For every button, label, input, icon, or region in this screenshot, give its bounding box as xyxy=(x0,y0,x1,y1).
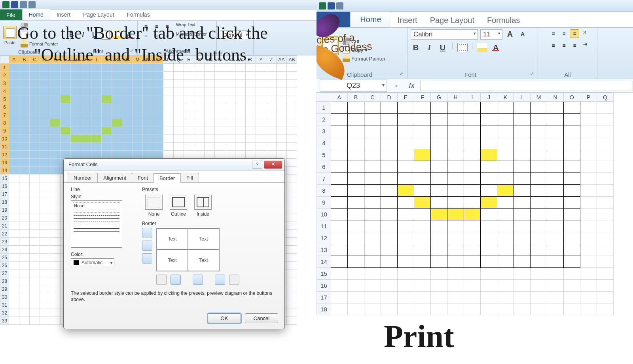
paste-icon[interactable] xyxy=(3,26,17,39)
dialog-title: Format Cells xyxy=(68,161,252,167)
worksheet-right[interactable]: ABCDEFGHIJKLMNOPQ12345678910111213141516… xyxy=(316,93,633,315)
align-center-icon[interactable] xyxy=(559,41,569,50)
cancel-entry-icon[interactable]: ● xyxy=(395,83,398,89)
border-diag2-button[interactable] xyxy=(229,275,239,285)
paste-label: Paste xyxy=(3,40,17,45)
border-label: Border xyxy=(142,221,277,226)
cancel-button[interactable]: Cancel xyxy=(245,313,278,323)
close-button[interactable]: ✕ xyxy=(264,161,282,169)
border-preview[interactable]: TextText TextText xyxy=(156,228,220,271)
shrink-font-button[interactable]: A xyxy=(517,29,528,39)
dialog-tabs: Number Alignment Font Border Fill xyxy=(64,171,284,183)
italic-button[interactable]: I xyxy=(424,43,434,52)
quick-access-toolbar xyxy=(0,0,316,9)
dlg-tab-number[interactable]: Number xyxy=(68,173,98,182)
right-pane: File Home Insert Page Layout Formulas Pa… xyxy=(316,0,633,364)
preset-outline[interactable]: Outline xyxy=(170,195,187,217)
watermark-logo: Articles of a Domestic Goddess xyxy=(316,13,374,80)
tab-insert[interactable]: Insert xyxy=(50,9,77,20)
align-left-icon[interactable] xyxy=(548,41,558,50)
tab-formulas[interactable]: Formulas xyxy=(121,9,156,20)
instruction-caption: Go to the "Border" tab and click the "Ou… xyxy=(16,22,269,66)
undo-icon[interactable] xyxy=(20,1,27,8)
align-top-icon[interactable] xyxy=(548,29,558,38)
border-bottom-button[interactable] xyxy=(142,253,152,264)
tab-page-layout[interactable]: Page Layout xyxy=(424,13,481,27)
group-font: Calibri 11 A A B I U │ │ A Font⤢ xyxy=(407,28,538,79)
excel-icon xyxy=(2,1,9,8)
border-color-dropdown[interactable]: Automatic xyxy=(71,258,114,267)
presets-label: Presets xyxy=(142,187,277,192)
align-right-icon[interactable] xyxy=(570,41,579,50)
grow-font-button[interactable]: A xyxy=(505,29,515,39)
ok-button[interactable]: OK xyxy=(208,313,241,323)
name-box[interactable]: Q23 xyxy=(320,80,387,92)
align-bottom-icon[interactable] xyxy=(570,29,579,38)
redo-icon[interactable] xyxy=(28,1,36,8)
tab-page-layout[interactable]: Page Layout xyxy=(77,9,121,20)
tab-insert[interactable]: Insert xyxy=(391,13,424,27)
border-left-button[interactable] xyxy=(171,275,181,285)
border-vmid-button[interactable] xyxy=(193,275,203,285)
format-cells-dialog: Format Cells ? ✕ Number Alignment Font B… xyxy=(63,158,285,329)
dialog-note: The selected border style can be applied… xyxy=(71,290,277,303)
border-diag1-button[interactable] xyxy=(156,275,167,285)
font-name-dropdown[interactable]: Calibri xyxy=(411,29,478,40)
color-label: Color: xyxy=(71,252,130,257)
undo-icon[interactable] xyxy=(336,2,343,9)
underline-button[interactable]: U xyxy=(438,43,448,52)
formula-bar: Q23 ● xyxy=(316,79,633,93)
left-pane: File Home Insert Page Layout Formulas Pa… xyxy=(0,0,316,364)
dialog-launcher-icon[interactable]: ⤢ xyxy=(400,71,403,76)
style-label: Style: xyxy=(71,194,130,199)
bold-button[interactable]: B xyxy=(411,43,421,52)
print-caption: Print xyxy=(384,317,454,356)
dlg-tab-font[interactable]: Font xyxy=(132,173,154,182)
indent-icon[interactable]: ⇥ xyxy=(583,41,587,50)
align-middle-icon[interactable] xyxy=(559,29,569,38)
font-color-button[interactable]: A xyxy=(491,43,501,52)
border-top-button[interactable] xyxy=(142,228,152,238)
line-style-none[interactable]: None xyxy=(73,202,120,209)
file-tab[interactable]: File xyxy=(0,9,22,20)
font-size-dropdown[interactable]: 11 xyxy=(480,29,502,40)
fx-button[interactable] xyxy=(405,82,419,90)
font-title: Font xyxy=(464,71,476,78)
tab-home[interactable]: Home xyxy=(22,9,50,20)
alignment-title: Ali xyxy=(564,71,571,78)
dlg-tab-alignment[interactable]: Alignment xyxy=(97,173,132,182)
ribbon-tabs: File Home Insert Page Layout Formulas xyxy=(0,9,316,21)
fill-color-button[interactable] xyxy=(477,43,487,52)
dlg-tab-border[interactable]: Border xyxy=(154,173,181,183)
dialog-launcher-icon[interactable]: ⤢ xyxy=(530,71,534,76)
group-alignment: ⤭ ⇥ Ali xyxy=(538,28,597,79)
quick-access-toolbar xyxy=(316,0,633,12)
save-icon[interactable] xyxy=(328,2,335,9)
border-hmid-button[interactable] xyxy=(142,241,152,251)
excel-icon xyxy=(319,2,326,9)
border-right-button[interactable] xyxy=(215,275,225,285)
line-style-picker[interactable]: None xyxy=(71,200,122,248)
formula-input[interactable] xyxy=(420,81,633,91)
orientation-icon[interactable]: ⤭ xyxy=(583,29,587,38)
tab-formulas[interactable]: Formulas xyxy=(481,13,526,27)
line-label: Line xyxy=(71,187,130,192)
borders-button[interactable] xyxy=(457,43,468,52)
preset-none[interactable]: None xyxy=(145,195,163,217)
preset-inside[interactable]: Inside xyxy=(194,195,212,217)
help-button[interactable]: ? xyxy=(252,161,262,169)
dlg-tab-fill[interactable]: Fill xyxy=(180,173,199,182)
save-icon[interactable] xyxy=(11,1,18,8)
